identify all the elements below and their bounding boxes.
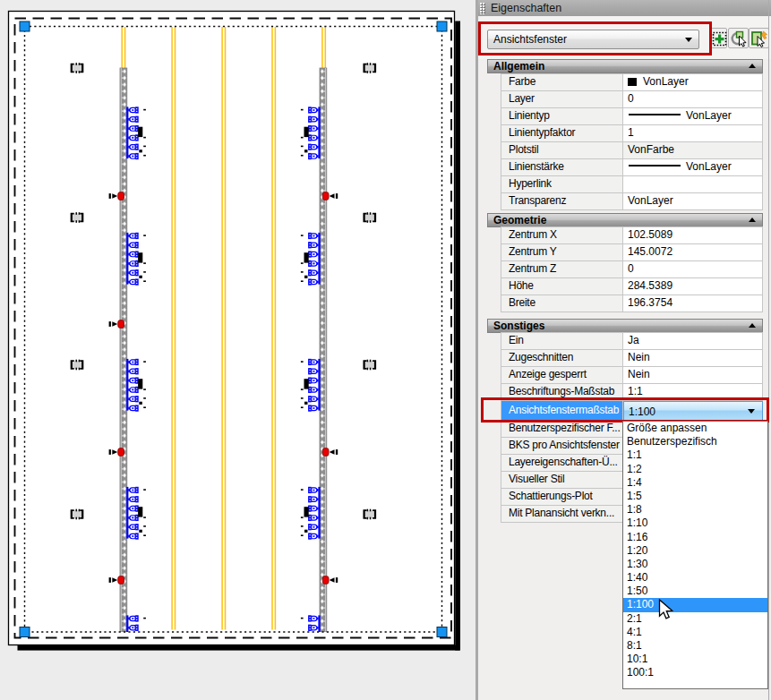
junction-box <box>138 252 142 262</box>
beschriftungs-massstab-value[interactable]: 1:1 <box>623 384 763 401</box>
allgemein-rows: Farbe VonLayer Layer 0 Linientyp VonLaye… <box>501 73 763 210</box>
properties-palette: Eigenschaften Ansichtsfenster <box>475 0 771 700</box>
select-objects-icon <box>730 30 748 47</box>
zugeschnitten-value[interactable]: Nein <box>623 350 763 367</box>
color-swatch <box>628 78 637 86</box>
paper-shadow <box>455 21 460 651</box>
zentrum-y-value[interactable]: 145.0072 <box>623 244 763 261</box>
linienstaerke-value[interactable]: VonLayer <box>623 159 763 176</box>
wall-section-block <box>71 509 84 520</box>
section-header-allgemein[interactable]: Allgemein <box>487 59 763 73</box>
autocad-workspace: Eigenschaften Ansichtsfenster <box>0 0 771 700</box>
prop-row-layer: Layer 0 <box>501 91 763 108</box>
scale-option[interactable]: Benutzerspezifisch <box>623 435 767 448</box>
prop-row-plotstil: Plotstil VonFarbe <box>501 142 763 159</box>
layout-canvas[interactable] <box>0 0 475 700</box>
junction-box <box>138 379 142 388</box>
prop-row-anzeige-gesperrt: Anzeige gesperrt Nein <box>501 367 763 384</box>
hoehe-value[interactable]: 284.5389 <box>623 278 763 295</box>
mouse-cursor-icon <box>658 599 674 622</box>
scale-option[interactable]: 1:8 <box>623 503 767 516</box>
junction-box <box>138 507 142 516</box>
chevron-down-icon <box>685 38 692 42</box>
viewport-grip[interactable] <box>437 627 447 637</box>
palette-titlebar[interactable]: Eigenschaften <box>478 0 771 16</box>
object-type-value: Ansichtsfenster <box>493 33 567 46</box>
paper-space-drawing <box>0 0 475 700</box>
linientypfaktor-value[interactable]: 1 <box>623 125 763 142</box>
chevron-down-icon[interactable] <box>748 409 755 414</box>
viewport-grip[interactable] <box>437 21 447 31</box>
object-type-combobox[interactable]: Ansichtsfenster <box>487 30 699 49</box>
quick-select-button[interactable] <box>749 28 769 48</box>
prop-row-ein: Ein Ja <box>501 333 763 350</box>
collapse-arrow-icon[interactable] <box>749 323 756 328</box>
scale-option[interactable]: 1:30 <box>623 558 767 571</box>
zentrum-z-value[interactable]: 0 <box>623 261 763 278</box>
pickadd-plus-icon <box>711 30 728 47</box>
prop-row-farbe: Farbe VonLayer <box>501 74 763 91</box>
anzeige-gesperrt-value[interactable]: Nein <box>623 367 763 384</box>
prop-row-breite: Breite 196.3754 <box>501 295 763 312</box>
scale-option-selected[interactable]: 1:100 <box>623 598 767 611</box>
prop-row-hyperlink: Hyperlink <box>501 176 763 193</box>
scale-option[interactable]: 1:1 <box>623 448 767 462</box>
scale-option[interactable]: 1:16 <box>623 531 767 544</box>
prop-row-linienstaerke: Linienstärke VonLayer <box>501 159 763 176</box>
lineweight-sample <box>629 165 681 166</box>
wall-section-block <box>71 63 84 73</box>
prop-row-zentrum-z: Zentrum Z 0 <box>501 261 763 278</box>
prop-row-zugeschnitten: Zugeschnitten Nein <box>501 350 763 367</box>
prop-row-linientyp: Linientyp VonLayer <box>501 108 763 125</box>
prop-row-linientypfaktor: Linientypfaktor 1 <box>501 125 763 142</box>
quick-select-icon <box>750 30 769 47</box>
hyperlink-value[interactable] <box>623 176 763 193</box>
scale-dropdown-list: Größe anpassen Benutzerspezifisch 1:1 1:… <box>622 421 768 689</box>
scale-option[interactable]: 1:50 <box>623 585 767 598</box>
collapse-arrow-icon[interactable] <box>749 64 756 68</box>
ein-value[interactable]: Ja <box>623 333 763 350</box>
scale-option[interactable]: 2:1 <box>623 612 767 626</box>
viewport-grip[interactable] <box>20 627 30 637</box>
layer-value[interactable]: 0 <box>623 91 763 108</box>
zentrum-x-value[interactable]: 102.5089 <box>623 227 763 244</box>
breite-value[interactable]: 196.3754 <box>623 295 763 312</box>
scale-option[interactable]: 1:4 <box>623 476 767 490</box>
section-header-sonstiges[interactable]: Sonstiges <box>487 319 763 333</box>
prop-row-transparenz: Transparenz VonLayer <box>501 193 763 210</box>
scale-option[interactable]: 1:20 <box>623 544 767 558</box>
linientyp-value[interactable]: VonLayer <box>623 108 763 125</box>
scale-option[interactable]: 8:1 <box>623 639 767 653</box>
junction-box <box>138 127 142 137</box>
prop-row-ansichtsfenstermassstab: Ansichtsfenstermaßstab 1:100 <box>501 401 763 421</box>
palette-grip-dots[interactable] <box>480 3 485 14</box>
prop-row-zentrum-y: Zentrum Y 145.0072 <box>501 244 763 261</box>
scale-option[interactable]: 100:1 <box>623 666 767 679</box>
scale-option[interactable]: 1:2 <box>623 463 767 476</box>
plotstil-value: VonFarbe <box>623 142 763 159</box>
viewport-scale-combobox[interactable]: 1:100 <box>623 401 763 421</box>
collapse-arrow-icon[interactable] <box>749 218 756 222</box>
prop-row-beschriftungs-massstab: Beschriftungs-Maßstab 1:1 <box>501 384 763 401</box>
geometrie-rows: Zentrum X 102.5089 Zentrum Y 145.0072 Ze… <box>501 226 763 312</box>
scale-option[interactable]: 1:40 <box>623 571 767 585</box>
paper-sheet <box>9 12 455 645</box>
prop-row-zentrum-x: Zentrum X 102.5089 <box>501 227 763 244</box>
scale-option[interactable]: 4:1 <box>623 626 767 639</box>
scale-option[interactable]: 1:5 <box>623 490 767 503</box>
wall-section-block <box>71 212 84 223</box>
wall-section-block <box>71 360 84 371</box>
prop-row-hoehe: Höhe 284.5389 <box>501 278 763 295</box>
scale-option[interactable]: 10:1 <box>623 653 767 666</box>
scale-option[interactable]: Größe anpassen <box>623 422 767 435</box>
toggle-pickadd-button[interactable] <box>709 28 727 48</box>
linetype-sample <box>629 114 681 115</box>
transparenz-value[interactable]: VonLayer <box>623 193 763 210</box>
section-header-geometrie[interactable]: Geometrie <box>487 213 763 227</box>
palette-frame-line <box>768 0 769 700</box>
viewport-grip[interactable] <box>20 21 30 31</box>
palette-title: Eigenschaften <box>491 2 561 14</box>
select-objects-button[interactable] <box>728 28 749 48</box>
scale-option[interactable]: 1:10 <box>623 516 767 530</box>
farbe-value[interactable]: VonLayer <box>623 74 763 91</box>
